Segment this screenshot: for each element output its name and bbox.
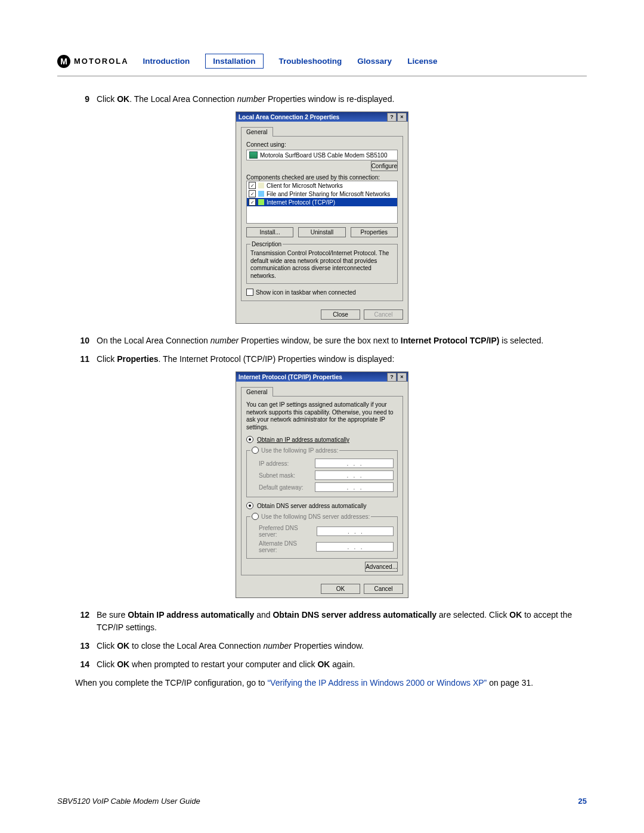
components-label: Components checked are used by this conn… — [246, 174, 398, 181]
list-item[interactable]: ✓Client for Microsoft Networks — [247, 181, 397, 190]
adapter-field: Motorola SurfBoard USB Cable Modem SB510… — [246, 150, 398, 160]
alternate-dns-label: Alternate DNS server: — [259, 540, 316, 553]
nav-troubleshooting[interactable]: Troubleshooting — [279, 57, 342, 66]
guide-title: SBV5120 VoIP Cable Modem User Guide — [57, 797, 200, 806]
intro-text: You can get IP settings assigned automat… — [246, 401, 398, 431]
verify-ip-link[interactable]: “Verifying the IP Address in Windows 200… — [267, 678, 487, 688]
ip-input: . . . — [315, 459, 394, 468]
ok-button[interactable]: OK — [321, 584, 360, 594]
show-icon-checkbox[interactable] — [246, 289, 253, 296]
top-nav: Introduction Installation Troubleshootin… — [143, 54, 438, 69]
client-icon — [258, 182, 264, 188]
page-footer: SBV5120 VoIP Cable Modem User Guide 25 — [57, 797, 587, 806]
radio-label: Use the following IP address: — [261, 447, 338, 454]
step-number: 13 — [75, 640, 89, 652]
page-header: M MOTOROLA Introduction Installation Tro… — [57, 54, 587, 69]
alternate-dns-input: . . . — [316, 542, 394, 552]
radio-use-dns[interactable] — [252, 513, 259, 520]
preferred-dns-label: Preferred DNS server: — [259, 525, 317, 538]
brand-text: MOTOROLA — [74, 57, 129, 66]
step-13: 13 Click OK to close the Local Area Conn… — [75, 640, 587, 652]
step-number: 9 — [75, 93, 89, 106]
adapter-icon — [249, 151, 258, 159]
cancel-button[interactable]: Cancel — [364, 584, 403, 594]
nav-installation[interactable]: Installation — [205, 54, 263, 69]
step-number: 12 — [75, 609, 89, 634]
radio-label: Obtain DNS server address automatically — [257, 503, 366, 509]
step-text: Click OK to close the Local Area Connect… — [97, 640, 587, 652]
radio-use-ip[interactable] — [252, 447, 259, 454]
radio-label: Obtain an IP address automatically — [257, 436, 349, 443]
step-text: On the Local Area Connection number Prop… — [97, 335, 587, 347]
step-text: Click OK. The Local Area Connection numb… — [97, 93, 587, 106]
properties-button[interactable]: Properties — [351, 227, 398, 237]
step-number: 14 — [75, 658, 89, 671]
list-item[interactable]: ✓File and Printer Sharing for Microsoft … — [247, 190, 397, 198]
motorola-logo: M MOTOROLA — [57, 55, 129, 68]
dialog-title: Internet Protocol (TCP/IP) Properties — [239, 374, 342, 380]
step-number: 10 — [75, 335, 89, 347]
step-text: Click OK when prompted to restart your c… — [97, 658, 587, 671]
ip-label: IP address: — [259, 460, 289, 467]
install-button[interactable]: Install... — [246, 227, 293, 237]
help-icon[interactable]: ? — [387, 373, 397, 382]
list-item-selected[interactable]: ✓Internet Protocol (TCP/IP) — [247, 198, 397, 206]
connect-using-label: Connect using: — [246, 141, 398, 148]
step-14: 14 Click OK when prompted to restart you… — [75, 658, 587, 671]
motorola-logo-icon: M — [57, 55, 70, 68]
checkbox-icon[interactable]: ✓ — [249, 182, 256, 189]
description-text: Transmission Control Protocol/Internet P… — [250, 250, 394, 280]
page-number: 25 — [578, 797, 587, 806]
header-rule — [57, 76, 587, 76]
help-icon[interactable]: ? — [387, 113, 397, 122]
step-11: 11 Click Properties. The Internet Protoc… — [75, 353, 587, 366]
tab-general[interactable]: General — [241, 127, 273, 137]
tab-general[interactable]: General — [241, 387, 273, 397]
nav-introduction[interactable]: Introduction — [143, 57, 190, 66]
subnet-input: . . . — [315, 470, 394, 480]
configure-button[interactable]: Configure — [371, 161, 398, 171]
step-number: 11 — [75, 353, 89, 366]
advanced-button[interactable]: Advanced... — [365, 562, 398, 572]
close-icon[interactable]: × — [397, 113, 407, 122]
gateway-label: Default gateway: — [259, 484, 304, 491]
preferred-dns-input: . . . — [317, 527, 394, 536]
step-text: Be sure Obtain IP address automatically … — [97, 609, 587, 634]
step-12: 12 Be sure Obtain IP address automatical… — [75, 609, 587, 634]
static-ip-group: Use the following IP address: IP address… — [246, 447, 398, 497]
radio-obtain-dns[interactable] — [246, 502, 253, 509]
dialog-title: Local Area Connection 2 Properties — [239, 114, 339, 120]
description-title: Description — [250, 241, 283, 247]
checkbox-icon[interactable]: ✓ — [249, 199, 256, 206]
step-9: 9 Click OK. The Local Area Connection nu… — [75, 93, 587, 106]
static-dns-group: Use the following DNS server addresses: … — [246, 513, 398, 559]
step-10: 10 On the Local Area Connection number P… — [75, 335, 587, 347]
close-icon[interactable]: × — [397, 373, 407, 382]
close-button[interactable]: Close — [321, 309, 360, 320]
dialog-titlebar: Local Area Connection 2 Properties ? × — [236, 112, 408, 122]
share-icon — [258, 191, 264, 197]
local-area-connection-dialog: Local Area Connection 2 Properties ? × G… — [236, 112, 408, 324]
subnet-label: Subnet mask: — [259, 472, 295, 479]
show-icon-label: Show icon in taskbar when connected — [256, 289, 356, 296]
uninstall-button[interactable]: Uninstall — [298, 227, 345, 237]
radio-obtain-ip[interactable] — [246, 436, 253, 443]
protocol-icon — [258, 199, 264, 205]
nav-glossary[interactable]: Glossary — [357, 57, 392, 66]
tcpip-properties-dialog: Internet Protocol (TCP/IP) Properties ? … — [236, 371, 408, 598]
cancel-button: Cancel — [364, 309, 403, 320]
closing-paragraph: When you complete the TCP/IP configurati… — [75, 677, 587, 689]
dialog-titlebar: Internet Protocol (TCP/IP) Properties ? … — [236, 372, 408, 382]
components-list[interactable]: ✓Client for Microsoft Networks ✓File and… — [246, 181, 398, 224]
description-group: Description Transmission Control Protoco… — [246, 241, 398, 284]
nav-license[interactable]: License — [407, 57, 437, 66]
checkbox-icon[interactable]: ✓ — [249, 190, 256, 197]
gateway-input: . . . — [315, 482, 394, 492]
step-text: Click Properties. The Internet Protocol … — [97, 353, 587, 366]
radio-label: Use the following DNS server addresses: — [261, 513, 370, 520]
